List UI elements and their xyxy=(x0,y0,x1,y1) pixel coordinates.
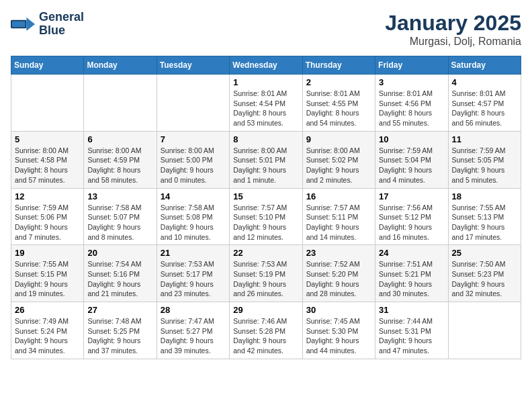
calendar-cell: 7Sunrise: 8:00 AM Sunset: 5:00 PM Daylig… xyxy=(157,131,229,188)
day-info: Sunrise: 7:47 AM Sunset: 5:27 PM Dayligh… xyxy=(161,316,226,356)
day-number: 9 xyxy=(306,134,371,144)
calendar-cell: 16Sunrise: 7:57 AM Sunset: 5:11 PM Dayli… xyxy=(302,188,375,245)
calendar-cell: 4Sunrise: 8:01 AM Sunset: 4:57 PM Daylig… xyxy=(448,75,521,132)
calendar-cell: 19Sunrise: 7:55 AM Sunset: 5:15 PM Dayli… xyxy=(11,245,84,302)
day-number: 11 xyxy=(452,134,517,144)
day-number: 28 xyxy=(161,305,226,315)
calendar-cell: 6Sunrise: 8:00 AM Sunset: 4:59 PM Daylig… xyxy=(84,131,157,188)
day-number: 10 xyxy=(379,134,444,144)
calendar-cell: 26Sunrise: 7:49 AM Sunset: 5:24 PM Dayli… xyxy=(11,302,84,359)
weekday-header: Tuesday xyxy=(157,56,229,75)
month-title: January 2025 xyxy=(385,11,521,36)
calendar-cell: 23Sunrise: 7:52 AM Sunset: 5:20 PM Dayli… xyxy=(302,245,375,302)
day-number: 24 xyxy=(379,248,444,258)
calendar-cell: 11Sunrise: 7:59 AM Sunset: 5:05 PM Dayli… xyxy=(448,131,521,188)
day-info: Sunrise: 8:01 AM Sunset: 4:54 PM Dayligh… xyxy=(233,89,298,128)
calendar-week-row: 19Sunrise: 7:55 AM Sunset: 5:15 PM Dayli… xyxy=(11,245,521,302)
calendar-week-row: 12Sunrise: 7:59 AM Sunset: 5:06 PM Dayli… xyxy=(11,188,521,245)
day-number: 20 xyxy=(87,248,152,258)
calendar-cell: 10Sunrise: 7:59 AM Sunset: 5:04 PM Dayli… xyxy=(375,131,448,188)
day-info: Sunrise: 7:50 AM Sunset: 5:23 PM Dayligh… xyxy=(452,259,517,299)
logo-line1: General xyxy=(39,11,84,24)
calendar-week-row: 26Sunrise: 7:49 AM Sunset: 5:24 PM Dayli… xyxy=(11,302,521,359)
day-info: Sunrise: 8:01 AM Sunset: 4:56 PM Dayligh… xyxy=(379,89,444,128)
day-info: Sunrise: 8:01 AM Sunset: 4:55 PM Dayligh… xyxy=(306,89,371,128)
calendar-cell: 14Sunrise: 7:58 AM Sunset: 5:08 PM Dayli… xyxy=(157,188,229,245)
calendar-cell xyxy=(448,302,521,359)
day-number: 25 xyxy=(452,248,517,258)
calendar-cell xyxy=(84,75,157,132)
day-info: Sunrise: 7:58 AM Sunset: 5:08 PM Dayligh… xyxy=(161,203,226,242)
day-number: 15 xyxy=(233,191,298,201)
calendar-cell: 2Sunrise: 8:01 AM Sunset: 4:55 PM Daylig… xyxy=(302,75,375,132)
calendar-cell: 28Sunrise: 7:47 AM Sunset: 5:27 PM Dayli… xyxy=(157,302,229,359)
day-info: Sunrise: 7:45 AM Sunset: 5:30 PM Dayligh… xyxy=(306,316,371,356)
day-info: Sunrise: 7:51 AM Sunset: 5:21 PM Dayligh… xyxy=(379,259,444,299)
day-number: 2 xyxy=(306,77,371,87)
calendar-week-row: 1Sunrise: 8:01 AM Sunset: 4:54 PM Daylig… xyxy=(11,75,521,132)
calendar-cell: 12Sunrise: 7:59 AM Sunset: 5:06 PM Dayli… xyxy=(11,188,84,245)
page-header: General Blue January 2025 Murgasi, Dolj,… xyxy=(11,11,521,48)
calendar-cell: 30Sunrise: 7:45 AM Sunset: 5:30 PM Dayli… xyxy=(302,302,375,359)
day-info: Sunrise: 7:59 AM Sunset: 5:05 PM Dayligh… xyxy=(452,146,517,185)
day-info: Sunrise: 8:00 AM Sunset: 4:59 PM Dayligh… xyxy=(87,146,152,185)
day-info: Sunrise: 7:59 AM Sunset: 5:06 PM Dayligh… xyxy=(15,203,80,242)
day-number: 1 xyxy=(233,77,298,87)
day-number: 6 xyxy=(87,134,152,144)
svg-rect-2 xyxy=(12,21,26,27)
day-info: Sunrise: 7:52 AM Sunset: 5:20 PM Dayligh… xyxy=(306,259,371,299)
day-number: 23 xyxy=(306,248,371,258)
logo: General Blue xyxy=(11,11,84,38)
calendar-cell: 13Sunrise: 7:58 AM Sunset: 5:07 PM Dayli… xyxy=(84,188,157,245)
weekday-header: Monday xyxy=(84,56,157,75)
day-number: 3 xyxy=(379,77,444,87)
day-info: Sunrise: 7:48 AM Sunset: 5:25 PM Dayligh… xyxy=(87,316,152,356)
calendar-cell: 27Sunrise: 7:48 AM Sunset: 5:25 PM Dayli… xyxy=(84,302,157,359)
day-info: Sunrise: 7:46 AM Sunset: 5:28 PM Dayligh… xyxy=(233,316,298,356)
day-info: Sunrise: 7:58 AM Sunset: 5:07 PM Dayligh… xyxy=(87,203,152,242)
day-info: Sunrise: 8:00 AM Sunset: 5:01 PM Dayligh… xyxy=(233,146,298,185)
day-number: 13 xyxy=(87,191,152,201)
day-number: 31 xyxy=(379,305,444,315)
day-info: Sunrise: 7:56 AM Sunset: 5:12 PM Dayligh… xyxy=(379,203,444,242)
day-info: Sunrise: 7:44 AM Sunset: 5:31 PM Dayligh… xyxy=(379,316,444,356)
day-info: Sunrise: 7:49 AM Sunset: 5:24 PM Dayligh… xyxy=(15,316,80,356)
day-info: Sunrise: 7:53 AM Sunset: 5:17 PM Dayligh… xyxy=(161,259,226,299)
weekday-header: Saturday xyxy=(448,56,521,75)
calendar-cell: 9Sunrise: 8:00 AM Sunset: 5:02 PM Daylig… xyxy=(302,131,375,188)
day-number: 27 xyxy=(87,305,152,315)
day-info: Sunrise: 7:53 AM Sunset: 5:19 PM Dayligh… xyxy=(233,259,298,299)
day-number: 18 xyxy=(452,191,517,201)
weekday-header: Wednesday xyxy=(230,56,302,75)
calendar-cell: 8Sunrise: 8:00 AM Sunset: 5:01 PM Daylig… xyxy=(230,131,302,188)
calendar-cell: 25Sunrise: 7:50 AM Sunset: 5:23 PM Dayli… xyxy=(448,245,521,302)
location-title: Murgasi, Dolj, Romania xyxy=(385,36,521,48)
weekday-header: Sunday xyxy=(11,56,84,75)
calendar-cell: 22Sunrise: 7:53 AM Sunset: 5:19 PM Dayli… xyxy=(230,245,302,302)
calendar-week-row: 5Sunrise: 8:00 AM Sunset: 4:58 PM Daylig… xyxy=(11,131,521,188)
calendar-cell: 1Sunrise: 8:01 AM Sunset: 4:54 PM Daylig… xyxy=(230,75,302,132)
day-info: Sunrise: 8:00 AM Sunset: 5:02 PM Dayligh… xyxy=(306,146,371,185)
calendar-cell: 5Sunrise: 8:00 AM Sunset: 4:58 PM Daylig… xyxy=(11,131,84,188)
calendar-cell: 24Sunrise: 7:51 AM Sunset: 5:21 PM Dayli… xyxy=(375,245,448,302)
calendar-cell: 3Sunrise: 8:01 AM Sunset: 4:56 PM Daylig… xyxy=(375,75,448,132)
day-number: 7 xyxy=(161,134,226,144)
day-info: Sunrise: 8:01 AM Sunset: 4:57 PM Dayligh… xyxy=(452,89,517,128)
weekday-header-row: SundayMondayTuesdayWednesdayThursdayFrid… xyxy=(11,56,521,75)
calendar-cell: 17Sunrise: 7:56 AM Sunset: 5:12 PM Dayli… xyxy=(375,188,448,245)
calendar-cell xyxy=(11,75,84,132)
calendar-table: SundayMondayTuesdayWednesdayThursdayFrid… xyxy=(11,56,521,359)
logo-icon xyxy=(11,15,35,34)
day-number: 19 xyxy=(15,248,80,258)
day-info: Sunrise: 8:00 AM Sunset: 4:58 PM Dayligh… xyxy=(15,146,80,185)
calendar-cell: 20Sunrise: 7:54 AM Sunset: 5:16 PM Dayli… xyxy=(84,245,157,302)
weekday-header: Friday xyxy=(375,56,448,75)
day-number: 16 xyxy=(306,191,371,201)
day-info: Sunrise: 7:57 AM Sunset: 5:10 PM Dayligh… xyxy=(233,203,298,242)
day-number: 12 xyxy=(15,191,80,201)
calendar-cell: 18Sunrise: 7:55 AM Sunset: 5:13 PM Dayli… xyxy=(448,188,521,245)
logo-line2: Blue xyxy=(39,24,84,38)
calendar-cell xyxy=(157,75,229,132)
weekday-header: Thursday xyxy=(302,56,375,75)
day-number: 21 xyxy=(161,248,226,258)
